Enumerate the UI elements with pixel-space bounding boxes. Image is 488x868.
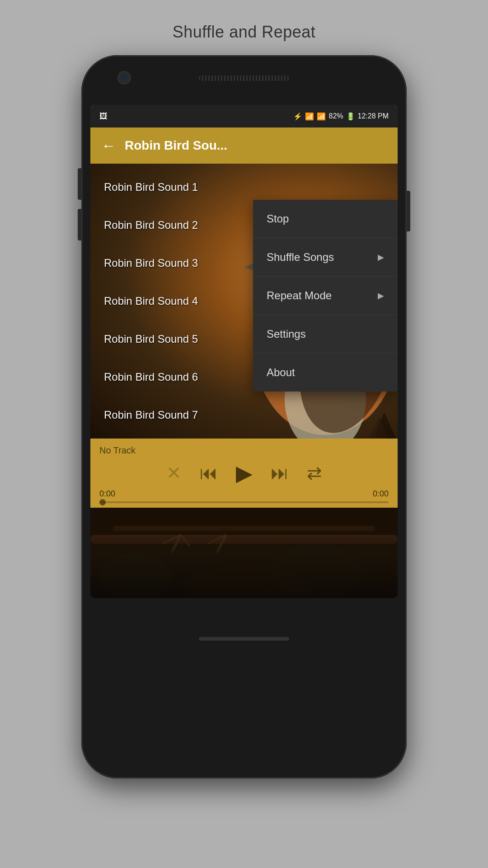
repeat-button[interactable]: ⇄: [307, 462, 322, 483]
battery-icon: 🔋: [346, 112, 355, 121]
menu-shuffle-label: Shuffle Songs: [267, 251, 334, 264]
status-left: 🖼: [99, 112, 108, 121]
player-controls: ✕ ⏮ ▶ ⏭ ⇄: [99, 460, 389, 486]
lower-image-overlay: [90, 526, 398, 598]
back-button[interactable]: ←: [101, 137, 116, 154]
menu-repeat-label: Repeat Mode: [267, 289, 332, 302]
app-toolbar: ← Robin Bird Sou...: [90, 127, 398, 164]
progress-bar[interactable]: [99, 501, 389, 503]
progress-handle[interactable]: [99, 499, 106, 505]
player-times: 0:00 0:00: [99, 489, 389, 499]
home-button[interactable]: [199, 637, 289, 641]
battery-text: 82%: [328, 112, 343, 120]
time-elapsed: 0:00: [99, 489, 115, 499]
context-menu: Stop Shuffle Songs ▶ Repeat Mode ▶ Setti…: [253, 200, 398, 392]
home-area: [90, 625, 398, 652]
clock: 12:28 PM: [358, 112, 389, 120]
menu-item-about[interactable]: About: [253, 354, 398, 392]
front-camera: [117, 71, 131, 85]
speaker-grill: [199, 75, 289, 81]
menu-about-label: About: [267, 366, 295, 379]
status-right: ⚡ 📶 📶 82% 🔋 12:28 PM: [293, 112, 389, 121]
power-button[interactable]: [407, 191, 410, 231]
menu-item-shuffle[interactable]: Shuffle Songs ▶: [253, 238, 398, 277]
bluetooth-icon: ⚡: [293, 112, 302, 121]
volume-up-button[interactable]: [78, 168, 81, 200]
content-area: Robin Bird Sound 1 Robin Bird Sound 2 Ro…: [90, 164, 398, 439]
menu-item-stop[interactable]: Stop: [253, 200, 398, 238]
no-track-label: No Track: [99, 445, 389, 456]
menu-settings-label: Settings: [267, 328, 306, 340]
menu-item-repeat[interactable]: Repeat Mode ▶: [253, 277, 398, 315]
image-icon: 🖼: [99, 112, 108, 121]
prev-button[interactable]: ⏮: [200, 463, 218, 483]
phone-shell: 🖼 ⚡ 📶 📶 82% 🔋 12:28 PM ← Robin Bird Sou.…: [81, 55, 407, 778]
repeat-arrow-icon: ▶: [378, 291, 384, 301]
volume-down-button[interactable]: [78, 209, 81, 241]
status-bar: 🖼 ⚡ 📶 📶 82% 🔋 12:28 PM: [90, 105, 398, 127]
toolbar-title: Robin Bird Sou...: [125, 138, 387, 153]
phone-screen: 🖼 ⚡ 📶 📶 82% 🔋 12:28 PM ← Robin Bird Sou.…: [90, 105, 398, 598]
menu-item-settings[interactable]: Settings: [253, 315, 398, 354]
menu-stop-label: Stop: [267, 212, 289, 225]
lower-image: [90, 508, 398, 598]
song-item-7[interactable]: Robin Bird Sound 7: [90, 396, 398, 434]
play-button[interactable]: ▶: [236, 460, 253, 486]
signal-icon-2: 📶: [317, 112, 326, 121]
shuffle-button[interactable]: ✕: [166, 462, 182, 483]
signal-icon-1: 📶: [305, 112, 314, 121]
page-title: Shuffle and Repeat: [173, 23, 316, 42]
next-button[interactable]: ⏭: [271, 463, 289, 483]
shuffle-arrow-icon: ▶: [378, 252, 384, 262]
time-total: 0:00: [373, 489, 389, 499]
player-bar: No Track ✕ ⏮ ▶ ⏭ ⇄ 0:00 0:00: [90, 439, 398, 508]
